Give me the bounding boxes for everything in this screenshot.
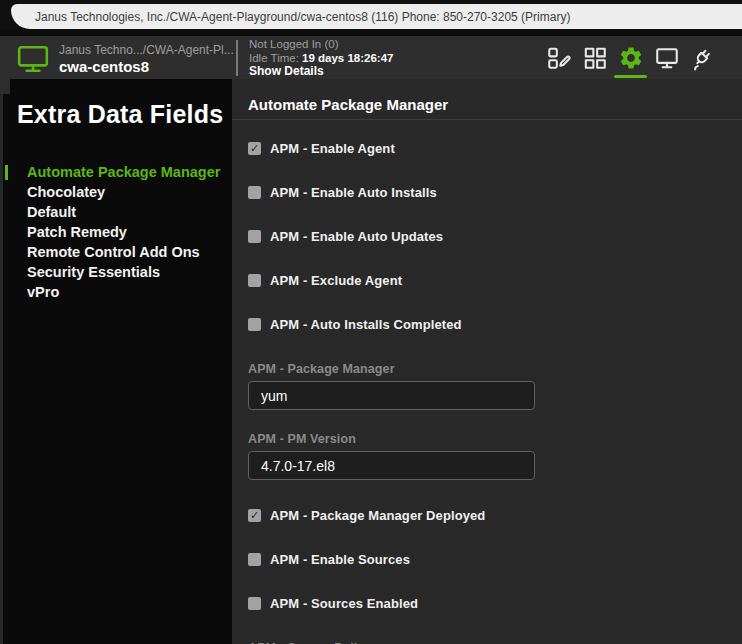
page-title: Automate Package Manager: [232, 79, 742, 120]
computer-monitor-icon: [16, 44, 50, 74]
checkbox-label: APM - Exclude Agent: [270, 273, 402, 288]
apps-grid-icon[interactable]: [581, 44, 608, 71]
window-tab-title: Janus Technologies, Inc./CWA-Agent-Playg…: [35, 10, 570, 24]
checkbox-field-row: APM - Exclude Agent: [248, 274, 726, 287]
power-plug-icon[interactable]: [689, 44, 716, 71]
window-tab-bar: Janus Technologies, Inc./CWA-Agent-Playg…: [0, 0, 742, 29]
field-label: APM - PM Version: [248, 432, 726, 447]
sidebar-item-remote-control-add-ons[interactable]: Remote Control Add Ons: [0, 242, 232, 262]
checkbox-field-row: APM - Package Manager Deployed: [248, 509, 726, 522]
checkbox[interactable]: [248, 597, 261, 610]
corner-notch: [0, 79, 10, 94]
checkbox-label: APM - Package Manager Deployed: [270, 508, 485, 523]
checkbox-field-row: APM - Enable Agent: [248, 142, 726, 155]
checkbox[interactable]: [248, 274, 261, 287]
checkbox-label: APM - Sources Enabled: [270, 596, 418, 611]
checkbox[interactable]: [248, 186, 261, 199]
sidebar-item-chocolatey[interactable]: Chocolatey: [0, 182, 232, 202]
sidebar-item-security-essentials[interactable]: Security Essentials: [0, 262, 232, 282]
settings-gear-icon[interactable]: [617, 44, 644, 71]
checkbox-field-row: APM - Enable Sources: [248, 553, 726, 566]
edit-fields-icon[interactable]: [545, 44, 572, 71]
checkbox[interactable]: [248, 318, 261, 331]
pm-version-input[interactable]: [248, 451, 535, 480]
sidebar-item-vpro[interactable]: vPro: [0, 282, 232, 302]
checkbox-field-row: APM - Sources Enabled: [248, 597, 726, 610]
text-field-group: APM - PM Version: [248, 432, 726, 480]
checkbox[interactable]: [248, 142, 261, 155]
package-manager-input[interactable]: [248, 381, 535, 410]
header-divider: [236, 40, 238, 76]
logged-in-status: Not Logged In (0): [249, 38, 394, 52]
agent-name: cwa-centos8: [59, 58, 234, 75]
sidebar-item-patch-remedy[interactable]: Patch Remedy: [0, 222, 232, 242]
remote-monitor-icon[interactable]: [653, 44, 680, 71]
agent-block: Janus Techno.../CWA-Agent-Pl... cwa-cent…: [16, 43, 234, 75]
checkbox-field-row: APM - Auto Installs Completed: [248, 318, 726, 331]
window-tab[interactable]: Janus Technologies, Inc./CWA-Agent-Playg…: [11, 4, 742, 29]
app-header: Janus Techno.../CWA-Agent-Pl... cwa-cent…: [0, 36, 742, 79]
checkbox-field-row: APM - Enable Auto Installs: [248, 186, 726, 199]
text-field-group: APM - Package Manager: [248, 362, 726, 410]
field-label: APM - Package Manager: [248, 362, 726, 377]
idle-time-label: Idle Time:: [249, 52, 299, 64]
show-details-link[interactable]: Show Details: [249, 65, 394, 79]
checkbox[interactable]: [248, 509, 261, 522]
sidebar-title: Extra Data Fields: [17, 100, 232, 129]
sidebar-item-automate-package-manager[interactable]: Automate Package Manager: [0, 162, 232, 182]
checkbox-field-row: APM - Enable Auto Updates: [248, 230, 726, 243]
fields-form: APM - Enable Agent APM - Enable Auto Ins…: [232, 120, 742, 644]
checkbox-label: APM - Enable Sources: [270, 552, 410, 567]
idle-time-value: 19 days 18:26:47: [302, 52, 393, 64]
checkbox-label: APM - Enable Auto Installs: [270, 185, 437, 200]
sidebar: Extra Data Fields Automate Package Manag…: [0, 79, 232, 644]
window-left-edge: [0, 79, 3, 644]
sidebar-list: Automate Package Manager Chocolatey Defa…: [0, 162, 232, 302]
sidebar-item-default[interactable]: Default: [0, 202, 232, 222]
checkbox-label: APM - Enable Agent: [270, 141, 395, 156]
checkbox-label: APM - Enable Auto Updates: [270, 229, 443, 244]
checkbox[interactable]: [248, 230, 261, 243]
checkbox-label: APM - Auto Installs Completed: [270, 317, 462, 332]
checkbox[interactable]: [248, 553, 261, 566]
status-block: Not Logged In (0) Idle Time: 19 days 18:…: [249, 38, 394, 79]
main-panel: Automate Package Manager APM - Enable Ag…: [232, 79, 742, 644]
header-toolbar: [545, 44, 716, 71]
breadcrumb: Janus Techno.../CWA-Agent-Pl...: [59, 43, 234, 58]
